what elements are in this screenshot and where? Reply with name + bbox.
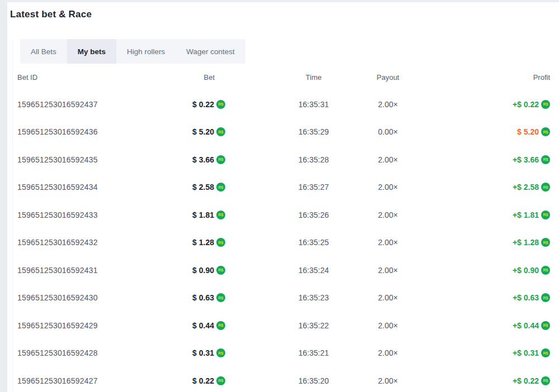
profit-cell: +$ 0.44 R$	[513, 321, 550, 330]
table-row[interactable]: 159651253016592428 $ 0.31 R$ 16:35:21 2.…	[17, 340, 550, 367]
bet-cell: $ 2.58 R$	[192, 183, 225, 192]
profit-cell: +$ 0.22 R$	[513, 376, 550, 385]
bet-payout: 2.00×	[378, 321, 397, 330]
profit-cell: +$ 2.58 R$	[513, 183, 550, 192]
bet-id: 159651253016592437	[17, 100, 157, 109]
bet-amount: $ 0.44	[192, 321, 214, 330]
bet-time: 16:35:27	[299, 183, 329, 192]
profit-cell: +$ 0.22 R$	[513, 100, 550, 109]
brl-coin-icon: R$	[541, 183, 550, 192]
bet-cell: $ 0.22 R$	[192, 100, 225, 109]
bet-amount: $ 2.58	[192, 183, 214, 192]
bet-payout: 2.00×	[378, 238, 397, 247]
brl-coin-icon: R$	[541, 266, 550, 275]
bet-cell: $ 3.66 R$	[192, 155, 225, 164]
table-row[interactable]: 159651253016592432 $ 1.28 R$ 16:35:25 2.…	[17, 229, 550, 257]
bet-payout: 2.00×	[378, 155, 397, 164]
profit-cell: +$ 3.66 R$	[513, 155, 550, 164]
bet-cell: $ 0.90 R$	[192, 266, 225, 275]
column-header-bet-id: Bet ID	[17, 73, 37, 82]
page-title: Latest bet & Race	[10, 9, 559, 20]
brl-coin-icon: R$	[216, 321, 225, 330]
bet-amount: $ 3.66	[192, 155, 214, 164]
profit-cell: +$ 0.63 R$	[513, 293, 550, 302]
profit-cell: +$ 1.28 R$	[513, 238, 550, 247]
brl-coin-icon: R$	[216, 238, 225, 247]
brl-coin-icon: R$	[216, 293, 225, 302]
bet-id: 159651253016592428	[17, 348, 157, 357]
bet-cell: $ 5.20 R$	[192, 127, 225, 136]
table-row[interactable]: 159651253016592434 $ 2.58 R$ 16:35:27 2.…	[17, 174, 550, 202]
bet-amount: $ 5.20	[192, 127, 214, 136]
tab-high-rollers[interactable]: High rollers	[116, 39, 176, 64]
table-row[interactable]: 159651253016592433 $ 1.81 R$ 16:35:26 2.…	[17, 201, 550, 229]
profit-cell: $ 5.20 R$	[517, 127, 550, 136]
table-header: Bet ID Bet Time Payout Profit	[17, 64, 550, 90]
bet-id: 159651253016592435	[17, 155, 157, 164]
bet-cell: $ 1.81 R$	[192, 211, 225, 219]
profit-amount: +$ 1.28	[513, 238, 539, 247]
bet-payout: 0.00×	[378, 127, 397, 136]
brl-coin-icon: R$	[541, 376, 550, 385]
tab-label: All Bets	[31, 47, 56, 56]
table-row[interactable]: 159651253016592430 $ 0.63 R$ 16:35:23 2.…	[17, 284, 550, 312]
brl-coin-icon: R$	[216, 211, 225, 219]
bet-amount: $ 0.31	[192, 348, 214, 357]
bet-payout: 2.00×	[378, 293, 397, 302]
brl-coin-icon: R$	[216, 266, 225, 275]
bet-time: 16:35:25	[299, 238, 329, 247]
bet-id: 159651253016592429	[17, 321, 157, 330]
bet-id: 159651253016592434	[17, 183, 157, 192]
profit-amount: +$ 0.31	[513, 348, 539, 357]
brl-coin-icon: R$	[541, 127, 550, 136]
profit-amount: +$ 0.22	[513, 100, 539, 109]
bet-id: 159651253016592436	[17, 127, 157, 136]
bet-amount: $ 0.90	[192, 266, 214, 275]
profit-amount: $ 5.20	[517, 127, 539, 136]
bet-time: 16:35:28	[299, 155, 329, 164]
profit-cell: +$ 0.90 R$	[513, 266, 550, 275]
table-row[interactable]: 159651253016592431 $ 0.90 R$ 16:35:24 2.…	[17, 256, 550, 284]
profit-cell: +$ 1.81 R$	[513, 211, 550, 219]
brl-coin-icon: R$	[216, 376, 225, 385]
bet-payout: 2.00×	[378, 183, 397, 192]
table-row[interactable]: 159651253016592429 $ 0.44 R$ 16:35:22 2.…	[17, 312, 550, 340]
bet-payout: 2.00×	[378, 211, 397, 219]
table-row[interactable]: 159651253016592436 $ 5.20 R$ 16:35:29 0.…	[17, 118, 550, 146]
bet-time: 16:35:23	[299, 293, 329, 302]
profit-amount: +$ 0.90	[513, 266, 539, 275]
tab-my-bets[interactable]: My bets	[67, 39, 116, 64]
bet-time: 16:35:24	[299, 266, 329, 275]
profit-amount: +$ 3.66	[513, 155, 539, 164]
table-body: 159651253016592437 $ 0.22 R$ 16:35:31 2.…	[17, 90, 550, 392]
table-row[interactable]: 159651253016592435 $ 3.66 R$ 16:35:28 2.…	[17, 146, 550, 174]
profit-amount: +$ 2.58	[513, 183, 539, 192]
tab-wager-contest[interactable]: Wager contest	[176, 39, 245, 64]
bet-amount: $ 1.81	[192, 211, 214, 219]
table-row[interactable]: 159651253016592427 $ 0.22 R$ 16:35:20 2.…	[17, 367, 550, 392]
brl-coin-icon: R$	[541, 321, 550, 330]
column-header-payout: Payout	[377, 73, 399, 82]
bet-payout: 2.00×	[378, 376, 397, 385]
brl-coin-icon: R$	[541, 100, 550, 109]
column-header-time: Time	[306, 73, 321, 82]
brl-coin-icon: R$	[541, 238, 550, 247]
tab-bar: All BetsMy betsHigh rollersWager contest	[20, 39, 245, 64]
bet-cell: $ 1.28 R$	[192, 238, 225, 247]
bet-id: 159651253016592427	[17, 376, 157, 385]
brl-coin-icon: R$	[216, 127, 225, 136]
profit-amount: +$ 1.81	[513, 211, 539, 219]
bet-amount: $ 0.22	[192, 376, 214, 385]
profit-amount: +$ 0.22	[513, 376, 539, 385]
brl-coin-icon: R$	[216, 348, 225, 357]
bet-amount: $ 0.22	[192, 100, 214, 109]
table-row[interactable]: 159651253016592437 $ 0.22 R$ 16:35:31 2.…	[17, 90, 550, 118]
bet-id: 159651253016592430	[17, 293, 157, 302]
bet-time: 16:35:26	[299, 211, 329, 219]
tab-all-bets[interactable]: All Bets	[20, 39, 67, 64]
profit-cell: +$ 0.31 R$	[513, 348, 550, 357]
bet-payout: 2.00×	[378, 348, 397, 357]
bet-id: 159651253016592432	[17, 238, 157, 247]
brl-coin-icon: R$	[541, 155, 550, 164]
bet-payout: 2.00×	[378, 100, 397, 109]
